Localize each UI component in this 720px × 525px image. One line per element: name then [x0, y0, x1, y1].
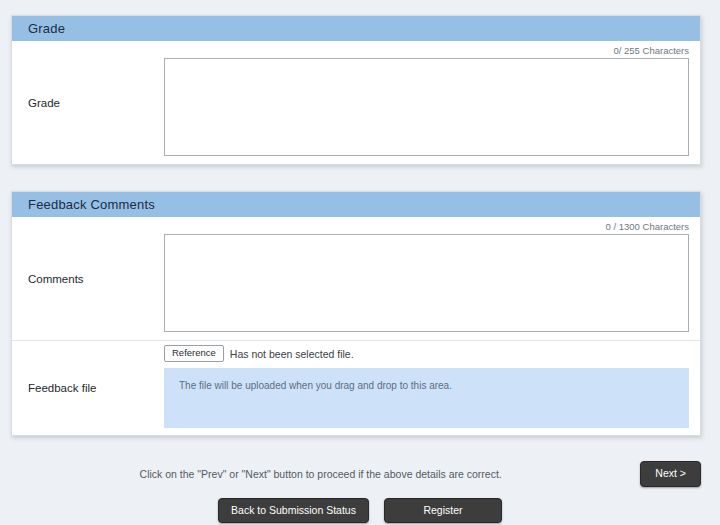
feedback-panel-title: Feedback Comments [28, 197, 155, 212]
feedback-file-row: Feedback file Reference Has not been sel… [12, 340, 700, 435]
comments-textarea[interactable] [164, 234, 689, 332]
feedback-file-label-text: Feedback file [28, 382, 96, 394]
comments-char-counter: 0 / 1300 Characters [164, 221, 689, 233]
instruction-text: Click on the "Prev" or "Next" button to … [11, 468, 630, 480]
next-button[interactable]: Next > [640, 461, 701, 487]
grade-label-text: Grade [28, 97, 60, 109]
grade-char-counter: 0/ 255 Characters [164, 45, 689, 57]
reference-file-button[interactable]: Reference [164, 345, 224, 362]
grade-textarea[interactable] [164, 58, 689, 156]
feedback-panel: Feedback Comments Comments 0 / 1300 Char… [11, 191, 701, 436]
bottom-button-row: Back to Submission Status Register [0, 498, 720, 524]
comments-label-text: Comments [28, 273, 84, 285]
grade-field-cell: 0/ 255 Characters [164, 41, 700, 164]
file-dropzone[interactable]: The file will be uploaded when you drag … [164, 368, 689, 428]
footer-row: Click on the "Prev" or "Next" button to … [11, 461, 701, 487]
comments-row: Comments 0 / 1300 Characters [12, 217, 700, 340]
comments-field-cell: 0 / 1300 Characters [164, 217, 700, 340]
file-select-line: Reference Has not been selected file. [164, 345, 689, 362]
comments-label: Comments [12, 217, 164, 340]
grade-panel-title: Grade [28, 21, 65, 36]
grade-row: Grade 0/ 255 Characters [12, 41, 700, 164]
feedback-panel-header: Feedback Comments [12, 192, 700, 217]
file-dropzone-text: The file will be uploaded when you drag … [179, 380, 452, 391]
no-file-selected-text: Has not been selected file. [230, 348, 354, 360]
grade-panel: Grade Grade 0/ 255 Characters [11, 15, 701, 165]
grade-panel-header: Grade [12, 16, 700, 41]
feedback-file-label: Feedback file [12, 341, 164, 435]
feedback-file-field-cell: Reference Has not been selected file. Th… [164, 341, 700, 435]
register-button[interactable]: Register [384, 498, 502, 524]
grade-label: Grade [12, 41, 164, 164]
back-to-submission-status-button[interactable]: Back to Submission Status [218, 498, 369, 524]
